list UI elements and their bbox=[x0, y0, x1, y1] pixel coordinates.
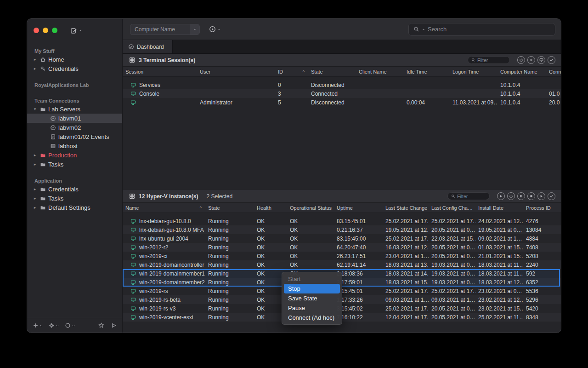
disclosure-triangle-icon: ▸ bbox=[33, 153, 37, 157]
column-header[interactable]: ID bbox=[275, 67, 308, 76]
sidebar-footer-button[interactable] bbox=[111, 322, 117, 328]
turn-off-icon[interactable] bbox=[507, 192, 515, 200]
computer-name-combobox[interactable]: Computer Name bbox=[130, 24, 200, 35]
hyperv-filter-input[interactable] bbox=[457, 194, 483, 199]
terminal-table-body: Services 0 Disconnected 10.1.0.4 Console… bbox=[123, 77, 561, 190]
sidebar-item-label: Tasks bbox=[48, 195, 63, 202]
host-icon bbox=[50, 143, 56, 149]
refresh-icon[interactable] bbox=[548, 56, 555, 64]
table-row[interactable]: lnx-ubuntu-gui-2004 Running OK OK 83.15:… bbox=[123, 234, 561, 243]
column-header[interactable]: Conn… bbox=[546, 67, 561, 76]
vm-monitor-icon bbox=[130, 244, 136, 250]
context-menu-item[interactable]: Save State bbox=[284, 293, 340, 303]
search-input[interactable] bbox=[428, 26, 550, 33]
sidebar-item-label: My Stuff bbox=[34, 48, 54, 54]
column-header[interactable]: Last Config Cha… bbox=[429, 203, 475, 213]
table-row[interactable]: lnx-debian-gui-10.8.0 MFA Running OK OK … bbox=[123, 225, 561, 234]
sort-ascending-icon bbox=[200, 206, 202, 210]
column-header[interactable]: Session bbox=[123, 67, 197, 76]
zoom-button[interactable] bbox=[52, 28, 57, 33]
resume-icon[interactable] bbox=[537, 192, 545, 200]
terminal-filter-input[interactable] bbox=[477, 58, 503, 63]
chevron-down-icon bbox=[217, 28, 221, 31]
sidebar-item-label: Lab Servers bbox=[48, 106, 80, 113]
sidebar-item[interactable]: ▸ Default Settings bbox=[27, 203, 122, 212]
vm-monitor-icon bbox=[130, 270, 136, 276]
sidebar-item[interactable]: ▸ Tasks bbox=[27, 194, 122, 203]
column-header[interactable]: State bbox=[205, 203, 254, 213]
sidebar-item[interactable]: labvm01/02 Events bbox=[27, 132, 122, 141]
sidebar-item-label: Credentials bbox=[48, 65, 79, 72]
remote-control-icon[interactable] bbox=[537, 56, 545, 64]
sidebar-footer-button[interactable] bbox=[49, 322, 59, 328]
chevron-down-icon bbox=[72, 324, 75, 328]
folder-icon bbox=[40, 161, 46, 167]
disconnect-icon[interactable] bbox=[517, 56, 525, 64]
column-header[interactable]: Logon Time bbox=[450, 67, 498, 76]
sidebar-item-label: labvm02 bbox=[58, 124, 81, 131]
vm-monitor-icon bbox=[130, 262, 136, 268]
sidebar-item: RoyalApplications Lab bbox=[27, 81, 122, 89]
save-state-icon[interactable] bbox=[527, 192, 535, 200]
column-header[interactable]: Process ID bbox=[523, 203, 561, 213]
sidebar-item[interactable]: labvm01 bbox=[27, 114, 122, 123]
context-menu-item[interactable]: Stop bbox=[284, 284, 340, 293]
minimize-button[interactable] bbox=[43, 28, 48, 33]
terminal-sessions-panel: 3 Terminal Session(s) Session User bbox=[123, 54, 561, 190]
context-menu-item[interactable]: Connect (Ad hoc) bbox=[284, 313, 340, 322]
vm-monitor-icon bbox=[130, 227, 136, 233]
column-header[interactable]: Last State Change bbox=[383, 203, 429, 213]
combobox-dropdown-button[interactable] bbox=[190, 24, 200, 35]
tab-dashboard[interactable]: Dashboard bbox=[123, 40, 173, 53]
logoff-icon[interactable] bbox=[527, 56, 535, 64]
folder-icon bbox=[40, 152, 46, 158]
connect-icon bbox=[111, 322, 117, 328]
sidebar-item-label: labhost bbox=[58, 143, 78, 150]
start-icon[interactable] bbox=[497, 192, 505, 200]
hyperv-actions bbox=[497, 192, 555, 200]
sidebar-item[interactable]: labvm02 bbox=[27, 123, 122, 132]
hyperv-panel-header: 12 Hyper-V instance(s) 2 Selected bbox=[123, 190, 561, 203]
disclosure-triangle-icon: ▸ bbox=[33, 162, 37, 167]
sidebar-item[interactable]: ▸ Credentials bbox=[27, 184, 122, 194]
column-header[interactable]: Computer Name bbox=[498, 67, 546, 76]
sidebar-item[interactable]: ▸ Tasks bbox=[27, 160, 122, 169]
table-row[interactable]: Administrator 5 Disconnected 0.00:04 11.… bbox=[123, 98, 561, 107]
context-menu-item[interactable]: Pause bbox=[284, 303, 340, 313]
table-row[interactable]: lnx-debian-gui-10.8.0 Running OK OK 83.1… bbox=[123, 217, 561, 225]
sidebar-item[interactable]: ▾ Lab Servers bbox=[27, 104, 122, 114]
refresh-icon[interactable] bbox=[548, 192, 555, 200]
sidebar-footer-button[interactable] bbox=[65, 322, 75, 328]
table-row[interactable]: Services 0 Disconnected 10.1.0.4 bbox=[123, 80, 561, 89]
column-header[interactable]: State bbox=[308, 67, 356, 76]
table-row[interactable]: Console 3 Connected 10.1.0.4 01.0 bbox=[123, 89, 561, 98]
context-menu-item[interactable]: Start bbox=[284, 274, 340, 284]
close-button[interactable] bbox=[34, 28, 39, 33]
sidebar-item[interactable]: ▸ Production bbox=[27, 150, 122, 160]
column-header[interactable]: User bbox=[197, 67, 275, 76]
sidebar-item[interactable]: ▸ Credentials bbox=[27, 64, 122, 73]
column-header[interactable]: Install Date bbox=[475, 203, 523, 213]
column-header[interactable]: Uptime bbox=[334, 203, 383, 213]
sidebar-item-label: Application bbox=[34, 178, 62, 184]
settings-icon bbox=[49, 322, 55, 328]
table-row[interactable]: win-2012-r2 Running OK OK 64.20:47:40 16… bbox=[123, 243, 561, 252]
search-scope-chevron-icon[interactable] bbox=[422, 28, 425, 31]
column-header[interactable]: Health bbox=[254, 203, 287, 213]
disclosure-triangle-icon: ▸ bbox=[33, 57, 37, 62]
chevron-down-icon bbox=[56, 324, 59, 328]
traffic-lights bbox=[34, 28, 57, 33]
table-row[interactable]: win-2019-domaincontroller Running OK OK … bbox=[123, 260, 561, 269]
column-header[interactable]: Client Name bbox=[356, 67, 404, 76]
column-header[interactable]: Operational Status bbox=[287, 203, 334, 213]
sidebar-item[interactable]: labhost bbox=[27, 141, 122, 150]
new-document-button[interactable] bbox=[70, 27, 82, 34]
sidebar-item[interactable]: ▸ Home bbox=[27, 55, 122, 64]
connect-split-button[interactable] bbox=[209, 26, 221, 33]
column-header[interactable]: Name bbox=[123, 203, 205, 213]
table-row[interactable]: win-2019-ci Running OK OK 26.23:17:51 23… bbox=[123, 252, 561, 260]
pause-icon[interactable] bbox=[517, 192, 525, 200]
sidebar-footer-button[interactable] bbox=[33, 322, 43, 328]
sidebar-footer-button[interactable] bbox=[98, 322, 104, 328]
column-header[interactable]: Idle Time bbox=[404, 67, 450, 76]
